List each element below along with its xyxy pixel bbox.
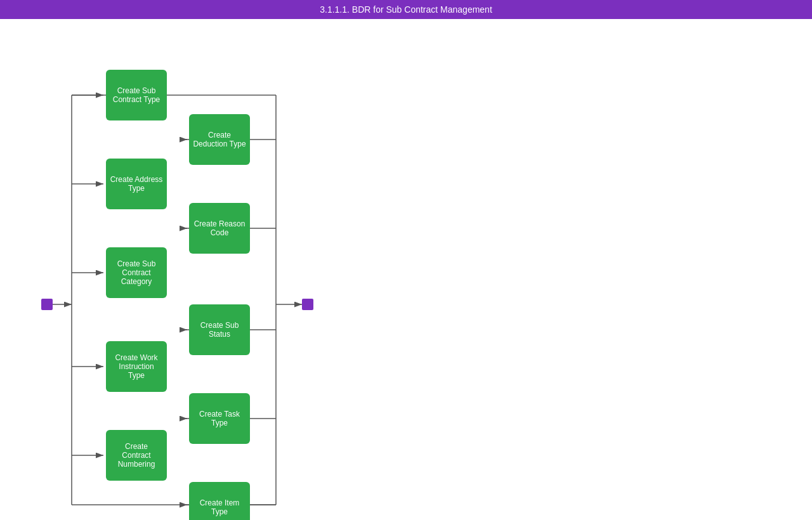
create-work-instruction-type-box[interactable]: Create Work Instruction Type	[106, 341, 167, 392]
create-deduction-type-box[interactable]: Create Deduction Type	[189, 114, 250, 165]
diagram-canvas: Create Sub Contract Type Create Address …	[0, 19, 812, 520]
start-dot	[41, 299, 53, 310]
create-item-type-box[interactable]: Create Item Type	[189, 482, 250, 520]
create-sub-contract-category-box[interactable]: Create Sub Contract Category	[106, 247, 167, 298]
create-address-type-box[interactable]: Create Address Type	[106, 159, 167, 209]
create-contract-numbering-box[interactable]: Create Contract Numbering	[106, 430, 167, 481]
end-dot	[302, 299, 313, 310]
create-task-type-box[interactable]: Create Task Type	[189, 393, 250, 444]
create-sub-status-box[interactable]: Create Sub Status	[189, 304, 250, 355]
create-reason-code-box[interactable]: Create Reason Code	[189, 203, 250, 254]
create-sub-contract-type-box[interactable]: Create Sub Contract Type	[106, 70, 167, 120]
header: 3.1.1.1. BDR for Sub Contract Management	[0, 0, 812, 19]
